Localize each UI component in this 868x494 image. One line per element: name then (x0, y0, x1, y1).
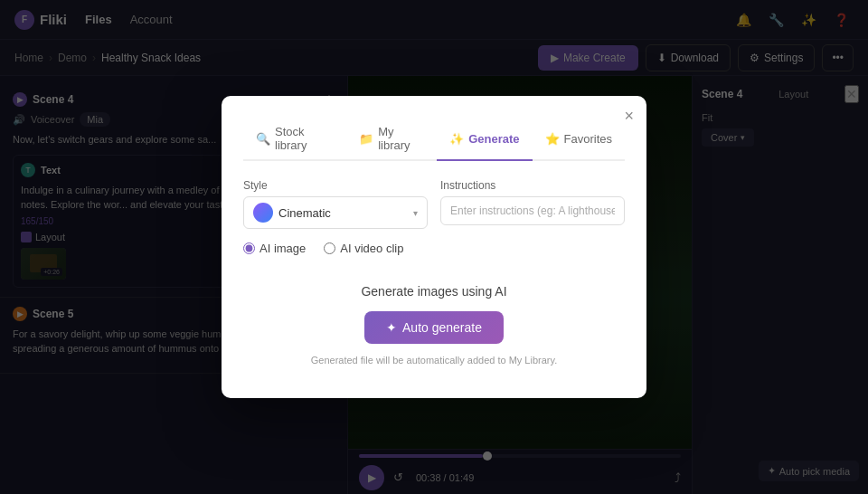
tab-stock-library[interactable]: 🔍 Stock library (243, 118, 346, 161)
stock-icon: 🔍 (256, 132, 270, 146)
instructions-label: Instructions (440, 179, 625, 192)
tab-favorites-label: Favorites (564, 132, 612, 146)
style-name: Cinematic (278, 206, 408, 220)
tab-favorites[interactable]: ⭐ Favorites (533, 118, 625, 161)
ai-section-title: Generate images using AI (243, 284, 625, 299)
modal-close-button[interactable]: × (624, 107, 634, 126)
tab-my-library[interactable]: 📁 My library (346, 118, 437, 161)
modal-fields: Style Cinematic ▾ Instructions (243, 179, 625, 229)
modal-overlay[interactable]: × 🔍 Stock library 📁 My library ✨ Generat… (0, 0, 868, 494)
radio-ai-image-label: AI image (259, 242, 306, 255)
instructions-input[interactable] (440, 196, 625, 225)
radio-ai-image[interactable]: AI image (243, 242, 306, 255)
tab-generate-label: Generate (468, 132, 519, 146)
ai-generate-section: Generate images using AI ✦ Auto generate… (243, 270, 625, 376)
auto-generate-button[interactable]: ✦ Auto generate (364, 311, 504, 344)
radio-group: AI image AI video clip (243, 242, 625, 255)
star-icon: ⭐ (545, 132, 560, 146)
radio-ai-video-input[interactable] (324, 242, 335, 254)
style-chevron-icon: ▾ (413, 208, 418, 218)
auto-gen-label: Auto generate (402, 320, 482, 335)
modal-tabs: 🔍 Stock library 📁 My library ✨ Generate … (243, 118, 625, 161)
style-thumbnail (253, 203, 273, 223)
ai-note: Generated file will be automatically add… (243, 355, 625, 366)
library-icon: 📁 (359, 132, 373, 146)
modal-dialog: × 🔍 Stock library 📁 My library ✨ Generat… (222, 96, 646, 398)
tab-my-label: My library (378, 125, 424, 152)
style-field-group: Style Cinematic ▾ (243, 179, 428, 229)
style-label: Style (243, 179, 428, 192)
generate-icon: ✨ (449, 132, 464, 146)
radio-ai-video-label: AI video clip (340, 242, 403, 255)
radio-ai-video[interactable]: AI video clip (324, 242, 403, 255)
auto-gen-icon: ✦ (386, 320, 397, 335)
tab-generate[interactable]: ✨ Generate (437, 118, 532, 161)
radio-ai-image-input[interactable] (243, 242, 255, 254)
tab-stock-label: Stock library (275, 125, 334, 152)
style-select-control[interactable]: Cinematic ▾ (243, 196, 428, 229)
instructions-field-group: Instructions (440, 179, 625, 229)
